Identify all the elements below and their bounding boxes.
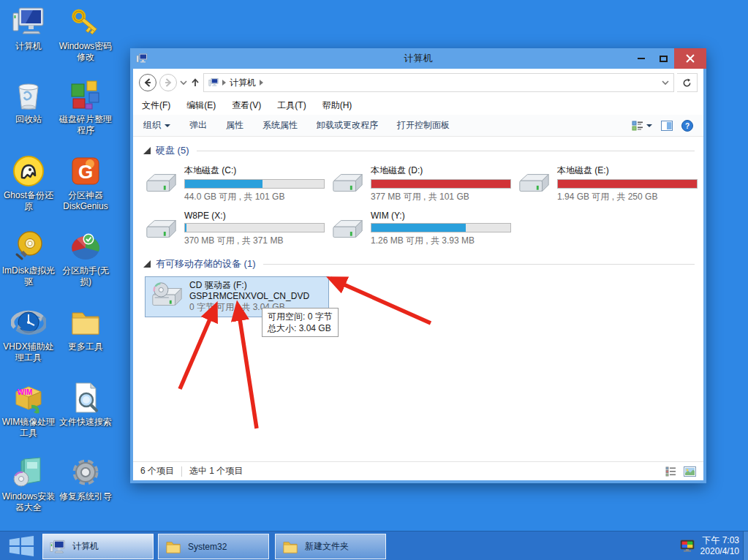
chevron-down-icon	[165, 124, 170, 127]
clock[interactable]: 下午 7:03 2020/4/10	[700, 535, 739, 557]
show-desktop-button[interactable]	[743, 531, 748, 560]
desktop-icon-diskgenius[interactable]: G 分区神器DiskGenius	[57, 154, 114, 212]
forward-button[interactable]	[159, 74, 177, 91]
desktop-icon-windows-installer[interactable]: Windows安装器大全	[0, 455, 57, 513]
menu-help[interactable]: 帮助(H)	[322, 99, 352, 112]
desktop-icon-computer[interactable]: 计算机	[0, 4, 57, 52]
desktop-icon-ghost-backup[interactable]: Ghost备份还原	[0, 154, 57, 212]
desktop-icon-label: Ghost备份还原	[0, 190, 57, 212]
forward-arrow-icon	[163, 77, 173, 88]
desktop-icon-label: 分区神器DiskGenius	[57, 190, 114, 212]
address-box[interactable]: 计算机	[203, 73, 674, 92]
uninstall-program-button[interactable]: 卸载或更改程序	[317, 119, 378, 132]
help-button[interactable]: ?	[681, 120, 693, 132]
back-button[interactable]	[139, 74, 156, 91]
drive-detail: 1.26 MB 可用 , 共 3.93 MB	[371, 235, 511, 247]
display-tray-icon[interactable]	[680, 540, 695, 553]
drive-detail: 44.0 GB 可用 , 共 101 GB	[184, 191, 325, 203]
open-control-panel-button[interactable]: 打开控制面板	[397, 119, 450, 132]
close-button[interactable]	[674, 48, 706, 69]
taskbar-button-system32[interactable]: System32	[158, 534, 269, 559]
breadcrumb-root[interactable]: 计算机	[230, 77, 256, 89]
drive-name: 本地磁盘 (E:)	[557, 164, 698, 177]
desktop-icon-wim-tool[interactable]: WIM WIM镜像处理工具	[0, 380, 57, 439]
folder-icon	[165, 540, 181, 554]
title-bar[interactable]: 计算机	[130, 48, 706, 69]
hdd-icon	[516, 170, 551, 200]
selected-count: 选中 1 个项目	[189, 465, 243, 477]
taskbar-button-label: 计算机	[72, 540, 99, 553]
status-bar: 6 个项目 选中 1 个项目	[133, 461, 703, 480]
group-header-harddisks[interactable]: 硬盘 (5)	[143, 144, 703, 157]
computer-icon	[11, 4, 46, 39]
capacity-bar	[184, 223, 325, 232]
refresh-icon	[682, 78, 692, 88]
breadcrumb-separator-icon[interactable]	[260, 80, 263, 86]
desktop-icon-repair-boot[interactable]: 修复系统引导	[57, 455, 114, 502]
taskbar-button-label: System32	[188, 542, 227, 552]
taskbar-button-new-folder[interactable]: 新建文件夹	[275, 534, 386, 559]
menu-view[interactable]: 查看(V)	[232, 99, 261, 112]
desktop-icon-recycle-bin[interactable]: 回收站	[0, 77, 57, 125]
drive-item-e[interactable]: 本地磁盘 (E:) 1.94 GB 可用 , 共 250 GB	[516, 164, 703, 203]
capacity-tooltip: 可用空间: 0 字节 总大小: 3.04 GB	[262, 308, 339, 337]
cd-drive-icon	[149, 281, 184, 314]
menu-tools[interactable]: 工具(T)	[277, 99, 306, 112]
group-header-removable[interactable]: 有可移动存储的设备 (1)	[143, 257, 703, 270]
drive-name: WIM (Y:)	[371, 211, 511, 221]
hdd-icon	[330, 170, 365, 200]
desktop-icon-windows-password[interactable]: Windows密码修改	[57, 4, 114, 63]
system-properties-button[interactable]: 系统属性	[262, 119, 298, 132]
details-view-button[interactable]	[665, 466, 676, 477]
start-button[interactable]	[7, 535, 37, 557]
desktop-icon-imdisk[interactable]: ImDisk虚拟光驱	[0, 229, 57, 287]
drive-item-d[interactable]: 本地磁盘 (D:) 377 MB 可用 , 共 101 GB	[330, 164, 516, 203]
organize-button[interactable]: 组织	[143, 119, 170, 132]
thumbnail-view-button[interactable]	[684, 466, 696, 477]
installer-box-icon	[11, 455, 46, 490]
address-dropdown-icon[interactable]	[662, 80, 669, 86]
cd-volume-label: GSP1RMCENXVOL_CN_DVD	[189, 291, 309, 302]
up-button[interactable]	[190, 77, 200, 88]
desktop-icon-vhdx-tool[interactable]: VHDX辅助处理工具	[0, 305, 57, 363]
drive-item-x[interactable]: W8PE (X:) 370 MB 可用 , 共 371 MB	[143, 211, 330, 247]
desktop-icon-label: 磁盘碎片整理程序	[57, 114, 114, 136]
group-collapse-icon	[143, 147, 151, 154]
drive-item-y[interactable]: WIM (Y:) 1.26 MB 可用 , 共 3.93 MB	[330, 211, 516, 247]
desktop-icon-more-tools[interactable]: 更多工具	[57, 305, 114, 352]
preview-pane-button[interactable]	[661, 121, 673, 131]
minimize-button[interactable]	[630, 48, 652, 69]
desktop-icon-partition-assistant[interactable]: 分区助手(无损)	[57, 229, 114, 287]
change-view-button[interactable]	[632, 121, 652, 131]
drive-item-c[interactable]: 本地磁盘 (C:) 44.0 GB 可用 , 共 101 GB	[143, 164, 330, 203]
hdd-icon	[143, 170, 178, 200]
ghost-icon	[11, 154, 46, 189]
history-dropdown-icon[interactable]	[180, 80, 187, 86]
desktop-icon-label: 回收站	[0, 114, 57, 125]
menu-file[interactable]: 文件(F)	[142, 99, 170, 112]
back-arrow-icon	[143, 77, 153, 88]
taskbar-button-label: 新建文件夹	[305, 540, 349, 553]
command-bar: 组织 弹出 属性 系统属性 卸载或更改程序 打开控制面板 ?	[133, 115, 703, 137]
maximize-button[interactable]	[652, 48, 674, 69]
folder-icon	[282, 540, 298, 554]
explorer-window: 计算机 计算机	[130, 48, 706, 483]
group-divider	[263, 264, 695, 265]
clock-time: 下午 7:03	[700, 535, 739, 546]
desktop-icon-file-search[interactable]: 文件快速搜索	[57, 380, 114, 428]
gold-disc-icon	[11, 229, 46, 264]
properties-button[interactable]: 属性	[226, 119, 243, 132]
drive-detail: 377 MB 可用 , 共 101 GB	[371, 191, 511, 203]
wim-box-icon: WIM	[11, 380, 46, 415]
group-title: 硬盘 (5)	[156, 144, 189, 157]
desktop-icon-label: WIM镜像处理工具	[0, 417, 57, 439]
taskbar-button-computer[interactable]: 计算机	[42, 534, 154, 559]
folder-content: 硬盘 (5) 本地磁盘 (C:) 44.0 GB 可用 , 共 101 GB	[133, 137, 703, 461]
eject-button[interactable]: 弹出	[189, 119, 207, 132]
desktop-icon-defrag[interactable]: 磁盘碎片整理程序	[57, 77, 114, 136]
menu-edit[interactable]: 编辑(E)	[186, 99, 216, 112]
capacity-bar	[557, 179, 698, 189]
drive-detail: 370 MB 可用 , 共 371 MB	[184, 235, 325, 247]
refresh-button[interactable]	[677, 73, 698, 92]
group-collapse-icon	[143, 260, 151, 268]
